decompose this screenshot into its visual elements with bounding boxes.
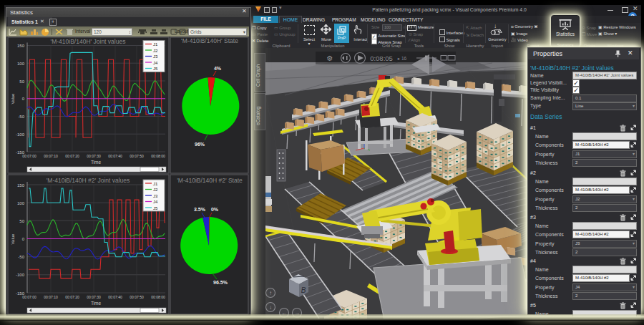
svg-text:00:07:40: 00:07:40 bbox=[108, 295, 122, 299]
svg-text:100: 100 bbox=[17, 201, 25, 205]
svg-text:Value: Value bbox=[11, 93, 15, 105]
svg-text:00:07:30: 00:07:30 bbox=[87, 154, 101, 158]
svg-text:00:07:50: 00:07:50 bbox=[130, 154, 144, 158]
svg-text:'M-410iB/140H #2' Joint values: 'M-410iB/140H #2' Joint values bbox=[47, 177, 130, 184]
svg-text:J5: J5 bbox=[153, 67, 158, 71]
svg-text:J4: J4 bbox=[153, 200, 158, 204]
svg-text:'M-410iB/140H' Joint values: 'M-410iB/140H' Joint values bbox=[51, 38, 126, 45]
svg-text:Value: Value bbox=[11, 233, 15, 245]
svg-text:J3: J3 bbox=[153, 194, 158, 198]
svg-text:00:07:30: 00:07:30 bbox=[87, 295, 101, 299]
svg-text:J4: J4 bbox=[153, 61, 158, 65]
svg-text:J2: J2 bbox=[153, 188, 158, 192]
svg-text:'M-410iB/140H #2' State: 'M-410iB/140H #2' State bbox=[177, 177, 243, 184]
svg-text:96%: 96% bbox=[195, 142, 205, 147]
svg-text:00:08:00: 00:08:00 bbox=[151, 154, 165, 158]
svg-text:J2: J2 bbox=[153, 49, 158, 53]
svg-text:Time: Time bbox=[91, 301, 102, 306]
svg-text:-100: -100 bbox=[16, 273, 25, 277]
svg-text:-100: -100 bbox=[16, 132, 25, 137]
svg-text:00:07:20: 00:07:20 bbox=[65, 295, 79, 299]
svg-text:100: 100 bbox=[17, 62, 25, 66]
svg-text:J3: J3 bbox=[153, 54, 158, 59]
svg-text:96.5%: 96.5% bbox=[213, 280, 228, 285]
svg-text:00:08:00: 00:08:00 bbox=[151, 295, 165, 299]
svg-text:00:07:10: 00:07:10 bbox=[44, 154, 58, 158]
svg-text:50: 50 bbox=[19, 79, 24, 84]
svg-text:4%: 4% bbox=[214, 66, 222, 71]
svg-text:0%: 0% bbox=[211, 207, 219, 212]
svg-text:00:07:40: 00:07:40 bbox=[108, 154, 122, 158]
svg-text:00:07:10: 00:07:10 bbox=[44, 295, 58, 299]
svg-text:Time: Time bbox=[91, 160, 102, 165]
svg-text:3.5%: 3.5% bbox=[194, 207, 206, 212]
svg-text:150: 150 bbox=[17, 44, 25, 48]
svg-text:150: 150 bbox=[17, 183, 25, 188]
svg-text:00:07:00: 00:07:00 bbox=[22, 154, 36, 158]
svg-text:50: 50 bbox=[19, 219, 24, 223]
svg-text:'M-410iB/140H' State: 'M-410iB/140H' State bbox=[181, 37, 238, 44]
svg-text:00:07:20: 00:07:20 bbox=[65, 154, 79, 158]
svg-text:00:07:50: 00:07:50 bbox=[130, 295, 144, 299]
svg-text:J1: J1 bbox=[153, 42, 158, 47]
svg-text:-50: -50 bbox=[18, 115, 24, 119]
svg-text:J5: J5 bbox=[153, 206, 158, 210]
svg-text:J1: J1 bbox=[153, 182, 158, 186]
svg-text:-50: -50 bbox=[18, 255, 24, 259]
svg-text:00:07:00: 00:07:00 bbox=[22, 295, 36, 299]
